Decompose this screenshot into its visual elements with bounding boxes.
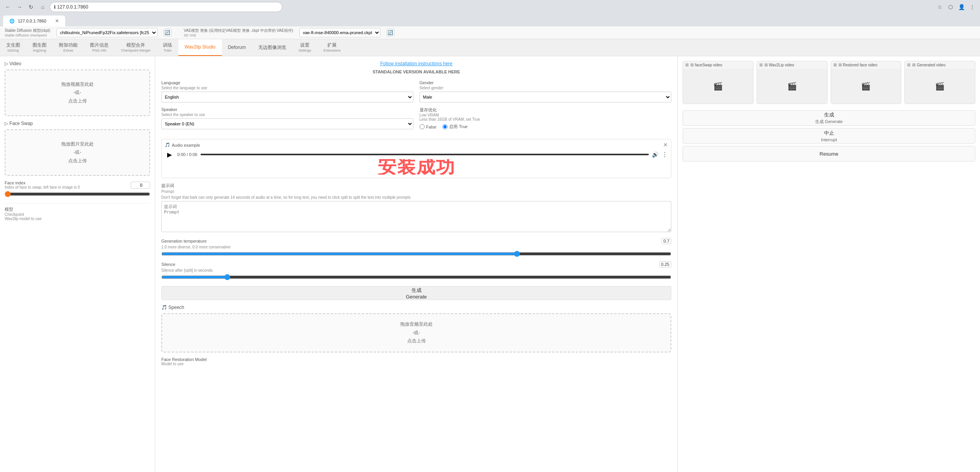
audio-menu-button[interactable]: ⋮ [662, 151, 668, 158]
active-tab[interactable]: 🌐 127.0.0.1:7860 ✕ [3, 16, 65, 26]
tab-wav2lip[interactable]: Wav2lip Studio [178, 39, 222, 56]
face-index-sub: Index of face to swap, left face in imag… [5, 185, 80, 189]
audio-time: 0:00 / 0:06 [177, 152, 197, 157]
face-index-input[interactable] [131, 182, 150, 189]
refresh-button[interactable]: ↻ [26, 2, 36, 12]
video-upload-text3: 点击上传 [68, 97, 87, 106]
right-resume-button[interactable]: Resume [683, 146, 975, 161]
speech-upload-area[interactable]: 拖放音频至此处 -或- 点击上传 [161, 313, 671, 352]
url-text: 127.0.0.1:7860 [57, 4, 88, 10]
right-interrupt-button[interactable]: 中止 Interrupt [683, 128, 975, 144]
video-section-header: ▷ Video [5, 61, 150, 66]
video-section-label: ▷ Video [5, 61, 21, 66]
menu-button[interactable]: ⋮ [968, 2, 977, 12]
play-button[interactable]: ▶ [165, 150, 174, 159]
vram-true-label[interactable]: 启用 True [442, 124, 467, 130]
prompt-section: 提示词 Prompt Don't forget that bark can on… [161, 183, 671, 233]
install-link[interactable]: Follow installation instructions here [380, 61, 452, 66]
tab-infinite-image[interactable]: 无边图像浏览 [252, 39, 292, 56]
face-index-slider[interactable] [5, 191, 150, 197]
browser-actions: ☆ ⬡ 👤 ⋮ [935, 2, 977, 12]
speaker-group: Speaker Select the speaker to use Speake… [161, 107, 413, 134]
wav2lip-video-label: ☒ ☒ Wav2Lip video [757, 61, 827, 69]
model-bottom-sub: Checkpoint [5, 212, 150, 217]
star-button[interactable]: ☆ [935, 2, 944, 12]
vae-sub: SD VAE [184, 33, 293, 37]
vae-label: VAE模型 替换 (应用特定VAE模型 替换 .ckpt 中自带的 VAE组件) [184, 28, 293, 33]
middle-panel: Follow installation instructions here ST… [155, 56, 678, 472]
vram-false-radio[interactable] [420, 124, 425, 129]
speaker-select[interactable]: Speaker 0 (EN) [161, 118, 413, 129]
gender-label: Gender [420, 80, 672, 85]
tab-settings[interactable]: 设置Settings [292, 39, 318, 56]
vram-radio-group: False 启用 True [420, 124, 672, 130]
right-generate-label-en: 生成 Generate [815, 119, 843, 124]
face-swap-upload-area[interactable]: 拖放图片至此处 -或- 点击上传 [5, 129, 150, 176]
speech-label: 🎵 Speech [161, 305, 184, 310]
audio-progress-bar[interactable] [200, 154, 649, 155]
tab-txt2img[interactable]: 文生图txt2img [0, 39, 26, 56]
sd-model-select[interactable]: chilloutmix_NiPrunedFp32Fix.safetensors … [57, 28, 157, 37]
watermark-area: 安装成功 [165, 159, 668, 175]
audio-player: ▶ 0:00 / 0:06 🔊 ⋮ [165, 150, 668, 159]
vae-model-select[interactable]: vae-ft-mse-840000-ema-pruned.ckpt [299, 28, 380, 37]
vram-true-radio[interactable] [442, 124, 448, 129]
back-button[interactable]: ← [3, 2, 12, 12]
sd-model-sub: Stable Diffusion checkpoint [5, 33, 50, 37]
audio-example-header: 🎵 Audio example [165, 142, 668, 148]
tab-extensions[interactable]: 扩展Extensions [317, 39, 347, 56]
tab-train[interactable]: 训练Train [157, 39, 178, 56]
generated-video-thumb: ☒ ☒ Generated video 🎬 [904, 61, 975, 104]
forward-button[interactable]: → [15, 2, 24, 12]
vram-note: Less than 16GB of VRAM, set True [420, 117, 480, 121]
silence-section: Silence 0.25 Silence after [split] in se… [161, 261, 671, 281]
silence-value[interactable]: 0.25 [659, 261, 671, 267]
face-index-slider-container [5, 191, 150, 198]
tab-img2img[interactable]: 图生图img2img [26, 39, 53, 56]
volume-button[interactable]: 🔊 [652, 151, 659, 158]
audio-close-button[interactable]: ✕ [662, 142, 669, 148]
gen-temp-label: Generation temperature [161, 239, 207, 243]
vae-model-refresh[interactable]: 🔄 [387, 29, 394, 36]
prompt-textarea[interactable] [161, 201, 671, 232]
model-bottom-label: 模型 [5, 206, 150, 212]
silence-slider[interactable] [161, 274, 671, 280]
language-select[interactable]: English [161, 92, 413, 102]
address-icon: ℹ [54, 4, 56, 10]
generate-button[interactable]: 生成 Generate [161, 286, 671, 300]
face-upload-text2: -或- [74, 148, 81, 157]
face-restore-sub: Model to use [161, 362, 671, 366]
gen-temp-section: Generation temperature 0.7 1.0 more dive… [161, 238, 671, 258]
speaker-vram-row: Speaker Select the speaker to use Speake… [161, 107, 671, 134]
video-upload-text2: -或- [74, 88, 81, 97]
stable-diffusion-section: Stable Diffusion 模型(ckpt) Stable Diffusi… [5, 28, 50, 37]
gen-temp-slider[interactable] [161, 251, 671, 257]
extension-button[interactable]: ⬡ [946, 2, 955, 12]
faceswap-video-label: ☒ ☒ faceSwap video [683, 61, 753, 69]
speaker-label: Speaker [161, 107, 413, 112]
tab-deforum[interactable]: Deforum [222, 39, 252, 56]
wav2lip-video-thumb: ☒ ☒ Wav2Lip video 🎬 [757, 61, 828, 104]
right-generate-button[interactable]: 生成 生成 Generate [683, 110, 975, 126]
speech-upload-text2: -或- [413, 329, 420, 337]
gender-select[interactable]: Male [420, 92, 672, 102]
vram-false-label[interactable]: False [420, 124, 437, 130]
generate-label: 生成 [411, 287, 422, 293]
restored-video-thumb: ☒ ☒ Restored face video 🎬 [831, 61, 902, 104]
tab-extras[interactable]: 附加功能Extras [53, 39, 84, 56]
home-button[interactable]: ⌂ [38, 2, 47, 12]
audio-example-label: Audio example [172, 143, 200, 148]
tab-checkpoint-merger[interactable]: 模型合并Checkpoint Merger [115, 39, 157, 56]
vram-sub: Low VRAM Less than 16GB of VRAM, set Tru… [420, 113, 672, 121]
generated-video-label: ☒ ☒ Generated video [905, 61, 975, 69]
tab-pnginfo[interactable]: 图片信息PNG info [84, 39, 115, 56]
profile-button[interactable]: 👤 [957, 2, 966, 12]
generated-label-text: ☒ Generated video [912, 63, 945, 67]
tab-close-icon[interactable]: ✕ [55, 18, 59, 24]
restored-video-label: ☒ ☒ Restored face video [831, 61, 901, 69]
vram-group: 显存优化 Low VRAM Less than 16GB of VRAM, se… [420, 107, 672, 130]
sd-model-refresh[interactable]: 🔄 [164, 29, 171, 36]
address-bar[interactable]: ℹ 127.0.0.1:7860 [50, 2, 282, 12]
gen-temp-value[interactable]: 0.7 [662, 238, 671, 244]
video-upload-area[interactable]: 拖放视频至此处 -或- 点击上传 [5, 69, 150, 116]
